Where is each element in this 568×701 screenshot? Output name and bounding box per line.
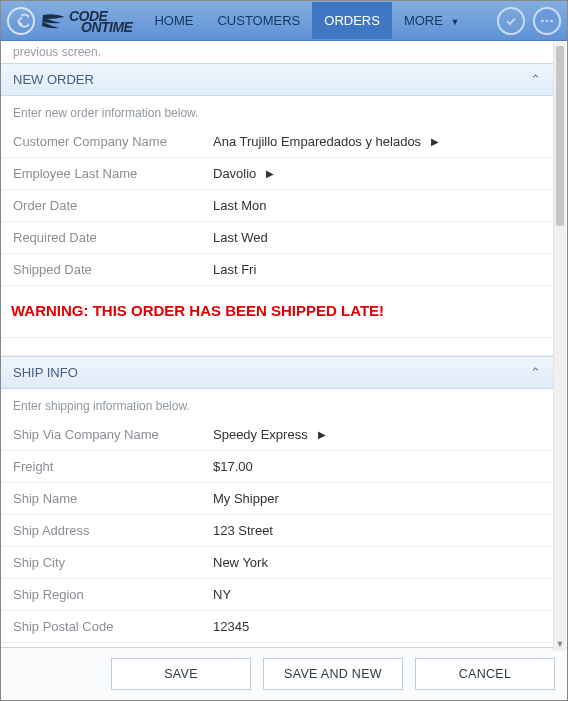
svg-point-1 <box>546 19 549 22</box>
field-value: New York <box>213 555 541 570</box>
field-value: 123 Street <box>213 523 541 538</box>
warning-banner: WARNING: THIS ORDER HAS BEEN SHIPPED LAT… <box>1 286 553 338</box>
field-order-date[interactable]: Order Date Last Mon <box>1 190 553 222</box>
app-header: CODE ONTIME HOME CUSTOMERS ORDERS MORE ▼ <box>1 1 567 41</box>
picker-icon[interactable]: ▶ <box>318 429 326 440</box>
main-nav: HOME CUSTOMERS ORDERS MORE ▼ <box>142 2 471 39</box>
logo-text-2: ONTIME <box>69 22 132 33</box>
more-horizontal-icon <box>539 13 555 29</box>
field-value: 12345 <box>213 619 541 634</box>
nav-more[interactable]: MORE ▼ <box>392 2 472 39</box>
field-value: NY <box>213 587 541 602</box>
section-title: SHIP INFO <box>13 365 78 380</box>
field-label: Ship Name <box>13 491 213 506</box>
field-label: Ship Postal Code <box>13 619 213 634</box>
nav-more-label: MORE <box>404 13 443 28</box>
field-label: Customer Company Name <box>13 134 213 149</box>
action-footer: SAVE SAVE AND NEW CANCEL <box>1 647 567 700</box>
svg-point-2 <box>550 19 553 22</box>
previous-screen-hint: previous screen. <box>1 41 553 63</box>
section-title: NEW ORDER <box>13 72 94 87</box>
field-label: Ship City <box>13 555 213 570</box>
field-value: Speedy Express <box>213 427 308 442</box>
field-employee-last-name[interactable]: Employee Last Name Davolio▶ <box>1 158 553 190</box>
scrollbar-thumb[interactable] <box>556 46 564 226</box>
chevron-up-icon: ⌃ <box>530 365 541 380</box>
field-value: Last Mon <box>213 198 541 213</box>
section-header-ship-info[interactable]: SHIP INFO ⌃ <box>1 356 553 389</box>
field-label: Freight <box>13 459 213 474</box>
field-label: Employee Last Name <box>13 166 213 181</box>
nav-home[interactable]: HOME <box>142 2 205 39</box>
field-customer-company-name[interactable]: Customer Company Name Ana Trujillo Empar… <box>1 126 553 158</box>
content-scroll[interactable]: previous screen. NEW ORDER ⌃ Enter new o… <box>1 41 567 647</box>
app-logo: CODE ONTIME <box>41 9 132 32</box>
field-freight[interactable]: Freight $17.00 <box>1 451 553 483</box>
confirm-button[interactable] <box>497 7 525 35</box>
logo-wing-icon <box>41 11 67 31</box>
field-ship-address[interactable]: Ship Address 123 Street <box>1 515 553 547</box>
field-shipped-date[interactable]: Shipped Date Last Fri <box>1 254 553 286</box>
section-header-new-order[interactable]: NEW ORDER ⌃ <box>1 63 553 96</box>
field-ship-city[interactable]: Ship City New York <box>1 547 553 579</box>
field-value: My Shipper <box>213 491 541 506</box>
field-label: Ship Address <box>13 523 213 538</box>
back-button[interactable] <box>7 7 35 35</box>
field-label: Shipped Date <box>13 262 213 277</box>
field-value: Last Wed <box>213 230 541 245</box>
back-arrow-icon <box>13 13 29 29</box>
field-ship-via[interactable]: Ship Via Company Name Speedy Express▶ <box>1 419 553 451</box>
check-icon <box>504 14 518 28</box>
field-label: Ship Via Company Name <box>13 427 213 442</box>
section-desc-new-order: Enter new order information below. <box>1 96 553 126</box>
field-value: Davolio <box>213 166 256 181</box>
field-required-date[interactable]: Required Date Last Wed <box>1 222 553 254</box>
nav-customers[interactable]: CUSTOMERS <box>205 2 312 39</box>
field-ship-region[interactable]: Ship Region NY <box>1 579 553 611</box>
svg-point-0 <box>541 19 544 22</box>
picker-icon[interactable]: ▶ <box>266 168 274 179</box>
nav-orders[interactable]: ORDERS <box>312 2 392 39</box>
section-gap <box>1 338 553 356</box>
field-value: Ana Trujillo Emparedados y helados <box>213 134 421 149</box>
field-ship-name[interactable]: Ship Name My Shipper <box>1 483 553 515</box>
save-button[interactable]: SAVE <box>111 658 251 690</box>
cancel-button[interactable]: CANCEL <box>415 658 555 690</box>
field-ship-postal[interactable]: Ship Postal Code 12345 <box>1 611 553 643</box>
scroll-down-icon[interactable]: ▼ <box>554 637 566 651</box>
chevron-up-icon: ⌃ <box>530 72 541 87</box>
vertical-scrollbar[interactable]: ▲ ▼ <box>553 42 566 651</box>
more-actions-button[interactable] <box>533 7 561 35</box>
picker-icon[interactable]: ▶ <box>431 136 439 147</box>
field-label: Order Date <box>13 198 213 213</box>
section-desc-ship-info: Enter shipping information below. <box>1 389 553 419</box>
field-value: Last Fri <box>213 262 541 277</box>
field-value: $17.00 <box>213 459 541 474</box>
field-label: Ship Region <box>13 587 213 602</box>
chevron-down-icon: ▼ <box>451 17 460 27</box>
save-and-new-button[interactable]: SAVE AND NEW <box>263 658 403 690</box>
field-label: Required Date <box>13 230 213 245</box>
